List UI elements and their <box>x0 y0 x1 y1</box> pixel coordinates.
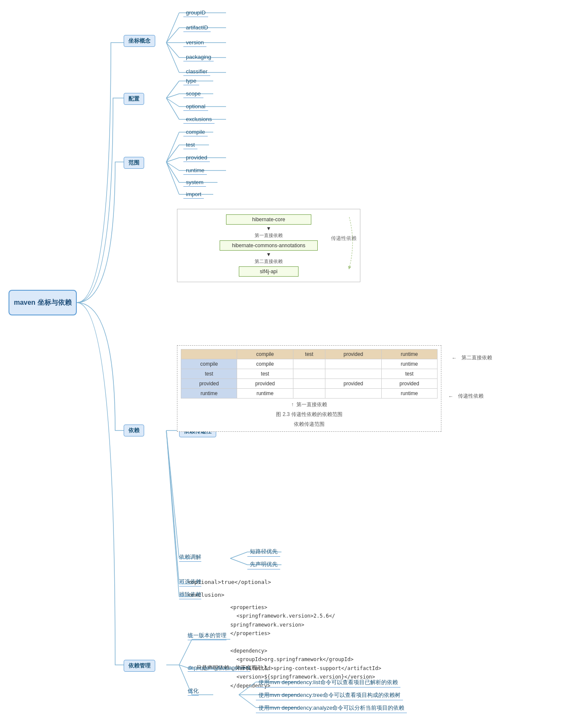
cell-tc: test <box>237 369 293 379</box>
cell-rc: runtime <box>237 389 293 399</box>
branch-config: 配置 <box>124 93 144 105</box>
optimize-row: 优化 <box>188 690 194 693</box>
dep-label-1: 第一直接依赖 <box>183 232 355 239</box>
svg-line-25 <box>166 162 179 182</box>
cell-cp <box>325 359 381 369</box>
row-runtime-header: runtime <box>181 389 237 399</box>
svg-line-51 <box>239 695 256 708</box>
leaf-test: test <box>183 141 197 149</box>
central-node-label: maven 坐标与依赖 <box>14 298 71 307</box>
svg-line-2 <box>166 28 179 43</box>
cell-rp <box>325 389 381 399</box>
leaf-exclusions: exclusions <box>183 115 215 124</box>
leaf-provided: provided <box>183 153 210 162</box>
central-node: maven 坐标与依赖 <box>9 290 77 315</box>
leaf-scope: scope <box>183 90 203 98</box>
svg-line-30 <box>166 430 179 558</box>
dep-label-2: 第二直接依赖 <box>183 258 355 265</box>
exclusion-dep-row: 排除依赖 <exclusion> <box>179 592 224 598</box>
leaf-shortest-path: 短路径优先 <box>247 547 280 557</box>
transitive-table: compile test provided runtime compile co… <box>181 349 438 399</box>
dep-diagram-container: hibernate-core ▼ 第一直接依赖 hibernate-common… <box>177 209 360 282</box>
th-provided: provided <box>325 350 381 359</box>
leaf-groupid: groupID <box>183 9 208 17</box>
leaf-runtime: runtime <box>183 166 207 175</box>
dep-box-commons: hibernate-commons-annotations <box>220 240 318 251</box>
branch-dep-management: 依赖管理 <box>124 660 155 672</box>
svg-line-36 <box>230 552 247 558</box>
dep-box-slf4j: slf4j-api <box>239 266 299 277</box>
label-second-direct: ← 第二直接依赖 <box>452 354 492 361</box>
trans-table-container: ← 第二直接依赖 ← 传递性依赖 compile test provided r… <box>177 345 441 432</box>
svg-line-13 <box>166 98 179 107</box>
label-transitive: ← 传递性依赖 <box>448 393 484 400</box>
leaf-compile: compile <box>183 128 208 136</box>
cell-pr: provided <box>381 379 437 389</box>
svg-line-34 <box>166 430 179 597</box>
branch-scope: 范围 <box>124 157 144 169</box>
cell-pt <box>293 379 325 389</box>
dep-box-hibernate-core: hibernate-core <box>226 214 311 225</box>
cell-pc: provided <box>237 379 293 389</box>
leaf-version: version <box>183 38 206 47</box>
svg-line-7 <box>166 43 179 72</box>
leaf-packaging: packaging <box>183 53 214 61</box>
unified-version-row: 统一版本的管理 <box>188 634 194 638</box>
svg-line-21 <box>166 158 179 162</box>
svg-line-9 <box>166 81 179 98</box>
leaf-dep-analyze: 使用mvn dependency:analyze命令可以分析当前项目的依赖 <box>256 703 407 713</box>
label-first-direct: ↑ 第一直接依赖 <box>181 401 438 408</box>
th-compile: compile <box>237 350 293 359</box>
svg-line-15 <box>166 98 179 119</box>
leaf-classifier: classifier <box>183 67 210 76</box>
cell-cc: compile <box>237 359 293 369</box>
leaf-dep-list: 使用mvn dependency:list命令可以查看项目已解析的依赖 <box>256 678 400 688</box>
table-note1: 图 2.3 传递性依赖的依赖范围 <box>181 411 438 418</box>
row-test-header: test <box>181 369 237 379</box>
leaf-type: type <box>183 77 199 85</box>
dep-arrow-1: ▼ <box>183 225 355 231</box>
row-compile-header: compile <box>181 359 237 369</box>
leaf-system: system <box>183 178 206 187</box>
th-runtime: runtime <box>381 350 437 359</box>
cell-tt <box>293 369 325 379</box>
leaf-dep-tree: 使用mvn dependency:tree命令可以查看项目构成的依赖树 <box>256 690 403 700</box>
svg-line-11 <box>166 94 179 98</box>
branch-coordinate: 坐标概念 <box>124 35 155 47</box>
cell-rt <box>293 389 325 399</box>
leaf-import: import <box>183 190 204 199</box>
table-note2: 依赖传递范围 <box>181 421 438 428</box>
svg-line-19 <box>166 145 179 162</box>
svg-line-17 <box>166 132 179 162</box>
leaf-artifactid: artifactID <box>183 23 211 32</box>
svg-line-41 <box>179 639 192 665</box>
svg-line-32 <box>166 430 179 584</box>
dep-mgmt-row: dependencyManagement 只是声明依赖，并不实现引入 <box>188 664 268 672</box>
svg-line-27 <box>166 162 179 194</box>
svg-line-23 <box>166 162 179 170</box>
cell-tp <box>325 369 381 379</box>
cell-rr: runtime <box>381 389 437 399</box>
cell-cr: runtime <box>381 359 437 369</box>
svg-line-5 <box>166 43 179 58</box>
dep-arrow-2: ▼ <box>183 251 355 257</box>
cell-ct <box>293 359 325 369</box>
cell-tr: test <box>381 369 437 379</box>
leaf-first-declared: 先声明优先 <box>247 560 280 569</box>
code-block-unified: <properties> <springframework.version>2.… <box>230 603 381 690</box>
svg-line-38 <box>230 558 247 565</box>
th-test: test <box>293 350 325 359</box>
branch-dependency: 依赖 <box>124 425 144 436</box>
row-provided-header: provided <box>181 379 237 389</box>
leaf-optional: optional <box>183 102 208 111</box>
svg-line-0 <box>166 13 179 43</box>
cell-pp: provided <box>325 379 381 389</box>
optional-dep-row: 可选依赖 <optional>true</optional> <box>179 579 271 585</box>
